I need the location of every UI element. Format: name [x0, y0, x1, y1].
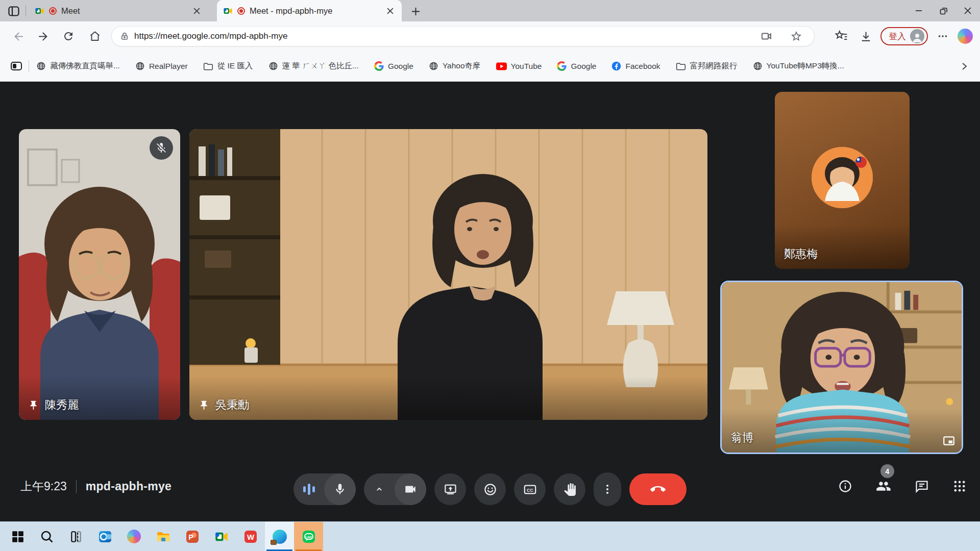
reactions-emoji-button[interactable] — [474, 473, 506, 505]
mic-icon — [324, 473, 356, 505]
wps-office-icon[interactable]: W — [236, 522, 265, 551]
tab-actions-menu-button[interactable] — [6, 4, 21, 18]
svg-text:P: P — [188, 533, 193, 541]
people-button[interactable]: 4 — [876, 479, 891, 494]
bookmarks-overflow-chevron-icon[interactable] — [957, 59, 972, 74]
chevron-up-icon — [364, 473, 395, 505]
participant-name: 翁博 — [731, 430, 753, 445]
lock-icon — [120, 32, 129, 41]
captions-button[interactable]: CC — [514, 473, 546, 505]
svg-text:W: W — [247, 533, 254, 541]
browser-toolbar: https://meet.google.com/mpd-apbh-mye 登入 — [0, 21, 980, 51]
tab-camera-in-use-icon[interactable] — [757, 27, 776, 45]
bookmarks-bar: 藏傳佛教直貢噶舉... RealPlayer 從 IE 匯入 蓮 華 ㄏㄨㄚ 色… — [0, 51, 980, 82]
svg-text:LINE: LINE — [305, 535, 312, 538]
window-close-button[interactable] — [955, 0, 980, 21]
meet-stage: 陳秀麗 — [0, 82, 980, 521]
participant-name: 鄭惠梅 — [784, 246, 818, 262]
window-minimize-button[interactable] — [906, 0, 931, 21]
google-meet-icon — [35, 6, 44, 16]
chat-icon — [915, 479, 929, 493]
video-feed — [19, 129, 180, 420]
bookmark-folder[interactable]: 富邦網路銀行 — [676, 61, 738, 71]
present-screen-button[interactable] — [434, 473, 466, 505]
downloads-button[interactable] — [856, 27, 875, 45]
videocam-icon — [395, 473, 426, 505]
back-button[interactable] — [9, 28, 28, 45]
raise-hand-button[interactable] — [554, 473, 585, 505]
picture-in-picture-icon[interactable] — [942, 434, 955, 447]
video-tile-participant-3[interactable]: 鄭惠梅 — [775, 92, 910, 269]
window-restore-button[interactable] — [931, 0, 955, 21]
search-button[interactable] — [32, 522, 61, 551]
outlook-icon[interactable] — [90, 522, 119, 551]
participant-name: 吳秉勳 — [215, 397, 249, 413]
tab-recording-indicator-icon — [49, 7, 57, 15]
work-profile-briefcase-icon — [271, 540, 277, 545]
meeting-info-button[interactable] — [838, 479, 852, 493]
bookmarks-divider — [29, 60, 29, 72]
favorite-star-icon[interactable] — [787, 27, 806, 45]
edge-browser-icon[interactable] — [265, 522, 294, 551]
forward-button[interactable] — [34, 28, 52, 45]
pin-icon — [199, 400, 209, 411]
tab-close-button[interactable] — [384, 5, 396, 16]
call-end-icon — [650, 482, 666, 497]
bookmark-item[interactable]: Facebook — [611, 61, 660, 71]
bookmark-item[interactable]: Yahoo奇摩 — [429, 61, 481, 71]
meeting-panel-buttons: 4 — [838, 479, 967, 494]
meeting-code: mpd-apbh-mye — [86, 480, 172, 493]
bookmark-item[interactable]: YouTube轉MP3轉換... — [753, 61, 844, 71]
line-app-icon[interactable]: LINE — [294, 522, 323, 551]
bookmarks-sidebar-icon[interactable] — [8, 59, 24, 74]
mic-off-icon — [155, 142, 167, 154]
facebook-icon — [611, 61, 621, 71]
chat-button[interactable] — [915, 479, 929, 493]
powerpoint-icon[interactable]: P — [178, 522, 207, 551]
bookmark-item[interactable]: YouTube — [496, 62, 542, 71]
refresh-button[interactable] — [59, 28, 78, 45]
favorites-list-button[interactable] — [831, 27, 851, 45]
bookmark-item[interactable]: 蓮 華 ㄏㄨㄚ 色比丘... — [268, 61, 359, 71]
participant-name: 陳秀麗 — [45, 397, 79, 413]
tab-close-button[interactable] — [191, 5, 202, 16]
bookmark-item[interactable]: RealPlayer — [135, 61, 188, 71]
globe-icon — [135, 61, 145, 71]
video-tile-participant-1[interactable]: 陳秀麗 — [19, 129, 180, 420]
home-button[interactable] — [86, 28, 104, 45]
bookmark-folder[interactable]: 從 IE 匯入 — [203, 61, 253, 71]
globe-icon — [36, 61, 46, 71]
bookmark-item[interactable]: 藏傳佛教直貢噶舉... — [36, 61, 120, 71]
new-tab-button[interactable] — [408, 4, 423, 18]
google-meet-icon[interactable] — [207, 522, 236, 551]
browser-tab-meet-active[interactable]: Meet - mpd-apbh-mye — [217, 0, 402, 21]
video-tile-participant-2[interactable]: 吳秉勳 — [189, 129, 707, 420]
svg-text:CC: CC — [527, 487, 533, 492]
copilot-icon[interactable] — [119, 522, 149, 551]
bookmark-item[interactable]: Google — [557, 61, 596, 71]
start-button[interactable] — [3, 522, 32, 551]
video-tile-self-view[interactable]: 翁博 — [720, 281, 963, 454]
audio-level-icon — [293, 473, 324, 505]
file-explorer-icon[interactable] — [149, 522, 178, 551]
browser-tab-strip: Meet Meet - mpd-apbh-mye — [0, 0, 980, 21]
google-g-icon — [557, 61, 567, 71]
video-feed — [722, 282, 962, 453]
bookmark-item[interactable]: Google — [374, 61, 413, 71]
settings-more-button[interactable] — [933, 27, 952, 45]
sign-in-button[interactable]: 登入 — [880, 27, 928, 45]
copilot-icon[interactable] — [958, 29, 973, 44]
microphone-button[interactable] — [293, 473, 356, 505]
more-options-button[interactable] — [594, 472, 621, 506]
camera-button[interactable] — [364, 473, 426, 505]
url-text[interactable]: https://meet.google.com/mpd-apbh-mye — [134, 31, 757, 41]
leave-call-button[interactable] — [629, 473, 687, 505]
browser-tab-meet[interactable]: Meet — [29, 0, 208, 21]
meeting-status: 上午9:23 mpd-apbh-mye — [20, 479, 172, 494]
address-bar[interactable]: https://meet.google.com/mpd-apbh-mye — [111, 26, 815, 46]
activities-grid-button[interactable] — [952, 479, 967, 493]
people-icon — [876, 479, 891, 494]
participant-count-badge: 4 — [880, 464, 894, 478]
globe-icon — [268, 61, 278, 71]
task-view-button[interactable] — [61, 522, 90, 551]
